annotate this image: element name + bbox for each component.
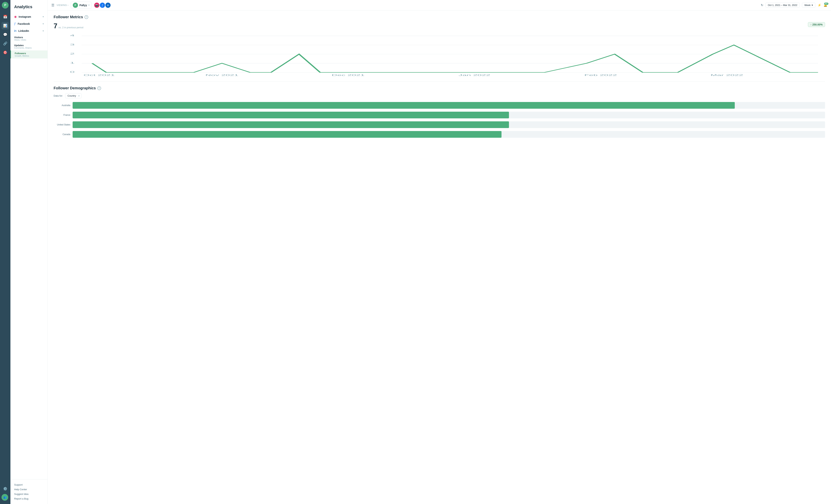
instagram-icon: ◉	[14, 15, 17, 19]
bar-fill-canada	[73, 131, 502, 138]
sidebar-item-updates[interactable]: Updates Comments, Shares	[10, 42, 48, 51]
follower-demographics-section: Follower Demographics ? Data for: Countr…	[54, 86, 825, 138]
svg-text:1: 1	[70, 61, 75, 64]
follower-demographics-help-icon[interactable]: ?	[97, 86, 101, 90]
comment-nav-icon[interactable]: 💬	[1, 31, 9, 38]
viewing-label: VIEWING ›	[57, 4, 68, 6]
bar-fill-us	[73, 121, 509, 128]
brand-selector[interactable]: P Pallyy ▾	[71, 2, 92, 9]
sidebar-platform-linkedin[interactable]: in LinkedIn ▾	[10, 27, 48, 34]
bar-track-france	[73, 112, 825, 118]
sidebar-item-visitors[interactable]: Visitors Views, Clicks	[10, 34, 48, 42]
sidebar-platform-facebook[interactable]: ƒ Facebook ▾	[10, 20, 48, 27]
follower-line-chart: 4 3 2 1 0 Oct 2021 Nov 2021 Dec 2021 Jan…	[54, 32, 825, 77]
svg-text:4: 4	[70, 34, 75, 37]
bar-row-us: United States	[54, 121, 825, 128]
instagram-badge[interactable]: 📷	[94, 2, 100, 8]
svg-text:Dec 2021: Dec 2021	[332, 74, 365, 76]
bar-label-australia: Australia	[54, 104, 70, 107]
svg-text:3: 3	[70, 43, 75, 46]
linkedin-badge[interactable]: in	[105, 2, 111, 8]
icon-bar: P 📅 📊 💬 🔗 🎯 ⚙️ 👥	[0, 0, 10, 504]
sidebar-support-link[interactable]: Support	[14, 482, 44, 487]
bar-track-australia	[73, 102, 825, 109]
settings-icon[interactable]: ⚙️	[1, 485, 9, 493]
section-divider	[54, 81, 825, 82]
sidebar-platforms: ◉ Instagram ▾ ƒ Facebook ▾ in LinkedIn ▾…	[10, 13, 48, 58]
bar-track-canada	[73, 131, 825, 138]
facebook-icon: ƒ	[14, 22, 16, 26]
calendar-nav-icon[interactable]: 📅	[1, 13, 9, 21]
menu-icon[interactable]: ☰	[51, 3, 54, 7]
svg-text:Oct 2021: Oct 2021	[84, 74, 115, 76]
date-range-picker[interactable]: Oct 1, 2021 – Mar 31, 2022	[766, 3, 800, 8]
linkedin-icon: in	[14, 29, 17, 33]
lightning-icon[interactable]: ⚡	[818, 3, 821, 7]
demographics-bar-chart: Australia France United States	[54, 102, 825, 138]
brand-chevron-icon: ▾	[88, 4, 89, 6]
notification-badge: 50+	[824, 3, 828, 5]
target-nav-icon[interactable]: 🎯	[1, 49, 9, 56]
svg-text:Feb 2022: Feb 2022	[584, 74, 617, 76]
instagram-chevron-icon: ▾	[42, 16, 44, 18]
brand-name: Pallyy	[80, 4, 87, 7]
bar-fill-france	[73, 112, 509, 118]
app-logo[interactable]: P	[2, 2, 8, 8]
week-chevron-icon: ▾	[812, 4, 813, 6]
bar-row-france: France	[54, 112, 825, 118]
bar-row-australia: Australia	[54, 102, 825, 109]
brand-avatar: P	[73, 3, 78, 8]
facebook-chevron-icon: ▾	[42, 23, 44, 25]
svg-text:Nov 2021: Nov 2021	[205, 74, 238, 76]
badge-value: 250.00%	[812, 23, 823, 26]
chart-nav-icon[interactable]: 📊	[1, 22, 9, 29]
bar-label-france: France	[54, 114, 70, 116]
content-area: Follower Metrics ? 7 vs. 2 in previous p…	[48, 10, 831, 504]
bar-row-canada: Canada	[54, 131, 825, 138]
topbar: ☰ VIEWING › P Pallyy ▾ 📷 ƒ in ↻ Oct 1, 2…	[48, 0, 831, 10]
sidebar-item-followers[interactable]: Followers Growth, Metrics	[10, 51, 48, 58]
sidebar-helpcenter-link[interactable]: Help Center	[14, 487, 44, 492]
follower-metrics-section: Follower Metrics ? 7 vs. 2 in previous p…	[54, 15, 825, 77]
metrics-change-badge: ↑ 250.00%	[808, 22, 825, 27]
data-for-label: Data for:	[54, 94, 63, 97]
svg-text:Jan 2022: Jan 2022	[459, 74, 490, 76]
follower-demographics-title: Follower Demographics ?	[54, 86, 825, 90]
svg-text:0: 0	[70, 70, 75, 73]
main-panel: ☰ VIEWING › P Pallyy ▾ 📷 ƒ in ↻ Oct 1, 2…	[48, 0, 831, 504]
bar-track-us	[73, 121, 825, 128]
linkedin-chevron-icon: ▾	[42, 30, 44, 32]
sidebar-bottom: Support Help Center Suggest Idea Report …	[10, 479, 48, 504]
facebook-badge[interactable]: ƒ	[99, 2, 105, 8]
data-for-select[interactable]: Country Age Gender	[65, 93, 82, 98]
bar-fill-australia	[73, 102, 735, 109]
metrics-current-value: 7	[54, 22, 57, 30]
sidebar: Analytics ◉ Instagram ▾ ƒ Facebook ▾ in …	[10, 0, 48, 504]
avatar[interactable]: 👥	[1, 494, 8, 501]
badge-arrow-icon: ↑	[810, 23, 812, 26]
sidebar-title: Analytics	[10, 0, 48, 13]
svg-text:2: 2	[70, 52, 75, 55]
sidebar-reportbug-link[interactable]: Report a Bug	[14, 496, 44, 501]
link-nav-icon[interactable]: 🔗	[1, 40, 9, 47]
metrics-count: 7 vs. 2 in previous period	[54, 22, 83, 30]
refresh-icon[interactable]: ↻	[761, 3, 763, 7]
metrics-prev-label: vs. 2 in previous period	[58, 26, 83, 29]
metrics-header: 7 vs. 2 in previous period ↑ 250.00%	[54, 22, 825, 30]
week-selector[interactable]: Week ▾	[802, 3, 815, 8]
sidebar-platform-instagram[interactable]: ◉ Instagram ▾	[10, 13, 48, 20]
platform-badges: 📷 ƒ in	[94, 2, 111, 8]
sidebar-suggestidea-link[interactable]: Suggest Idea	[14, 492, 44, 496]
notification-icon[interactable]: 🔔 50+	[824, 3, 827, 7]
follower-metrics-title: Follower Metrics ?	[54, 15, 825, 19]
data-for-row: Data for: Country Age Gender	[54, 93, 825, 98]
bar-label-us: United States	[54, 123, 70, 126]
bar-label-canada: Canada	[54, 133, 70, 136]
chart-svg: 4 3 2 1 0 Oct 2021 Nov 2021 Dec 2021 Jan…	[54, 32, 825, 77]
svg-text:Mar 2022: Mar 2022	[711, 74, 743, 76]
follower-metrics-help-icon[interactable]: ?	[85, 15, 88, 19]
